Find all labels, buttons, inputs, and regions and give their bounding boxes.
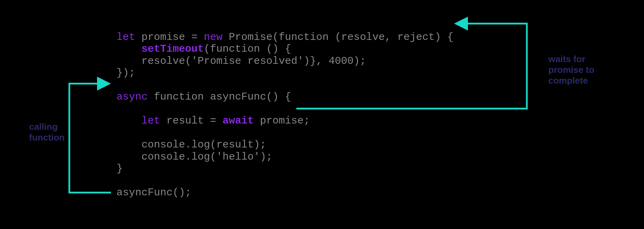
keyword-let: let (116, 31, 135, 43)
code-text: promise = (135, 31, 204, 43)
code-line: console.log('hello'); (116, 151, 272, 163)
keyword-await: await (223, 115, 254, 127)
code-text: Promise(function (resolve, reject) { (223, 31, 453, 43)
code-line: console.log(result); (116, 139, 266, 151)
code-text: promise; (254, 115, 310, 127)
code-indent (116, 43, 141, 55)
code-line: asyncFunc(); (116, 187, 191, 198)
annotation-text: waits for (548, 54, 594, 65)
code-text: function asyncFunc() { (148, 91, 291, 103)
code-line: }); (116, 67, 135, 79)
annotation-text: calling (29, 121, 65, 132)
annotation-text: complete (548, 75, 594, 86)
code-line: resolve('Promise resolved')}, 4000); (116, 55, 366, 67)
code-line: } (116, 163, 123, 175)
keyword-let: let (141, 115, 160, 127)
arrow-calling-function (69, 84, 111, 193)
keyword-async: async (116, 91, 148, 103)
annotation-text: promise to (548, 65, 594, 75)
code-text: (function () { (204, 43, 291, 55)
annotation-calling-function: calling function (29, 121, 65, 143)
annotation-waits-for-promise: waits for promise to complete (548, 54, 594, 86)
code-text: result = (160, 115, 223, 127)
code-block: let promise = new Promise(function (reso… (116, 19, 453, 199)
function-setTimeout: setTimeout (141, 43, 204, 55)
code-indent (116, 115, 141, 127)
annotation-text: function (29, 132, 65, 143)
keyword-new: new (204, 31, 223, 43)
